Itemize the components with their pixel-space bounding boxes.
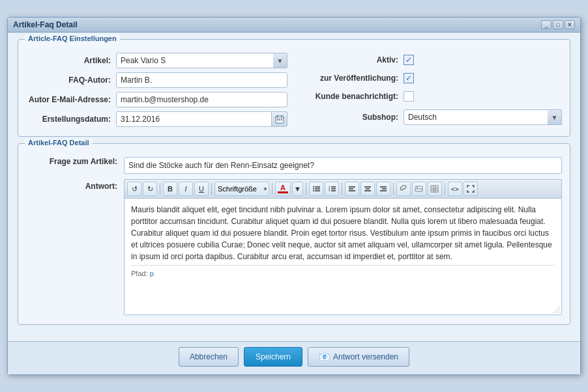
faq-autor-label: FAQ-Autor: bbox=[26, 76, 111, 85]
editor-path: Pfad: p bbox=[131, 265, 555, 279]
veroeffentlichung-checkmark: ✓ bbox=[405, 74, 412, 82]
list-ordered-icon: 123 bbox=[328, 185, 336, 193]
font-size-select[interactable]: Schriftgröße bbox=[214, 182, 269, 196]
datum-label: Erstellungsdatum: bbox=[26, 115, 111, 124]
title-bar: Artikel-Faq Detail _ □ ✕ bbox=[8, 18, 580, 33]
table-button[interactable] bbox=[428, 182, 442, 196]
kunde-checkbox[interactable] bbox=[404, 91, 414, 102]
link-button[interactable] bbox=[396, 182, 411, 196]
align-left-icon bbox=[348, 185, 356, 193]
italic-button[interactable]: I bbox=[179, 182, 193, 196]
subshop-select-wrapper: Deutsch English Français ▼ bbox=[404, 109, 562, 125]
svg-text:3: 3 bbox=[329, 189, 331, 192]
aktiv-label: Aktiv: bbox=[301, 55, 398, 64]
subshop-select[interactable]: Deutsch English Français bbox=[404, 109, 562, 125]
svg-point-10 bbox=[313, 186, 314, 188]
detail-section-title: Artikel-FAQ Detail bbox=[25, 139, 93, 147]
window-body: Article-FAQ Einstellungen Artikel: Peak … bbox=[8, 33, 580, 341]
close-button[interactable]: ✕ bbox=[565, 20, 575, 29]
editor-area[interactable]: Mauris blandit aliquet elit, eget tincid… bbox=[124, 198, 562, 315]
settings-section: Article-FAQ Einstellungen Artikel: Peak … bbox=[18, 39, 570, 137]
svg-rect-30 bbox=[431, 186, 438, 192]
svg-point-29 bbox=[417, 187, 418, 188]
send-label: Antwort versenden bbox=[333, 352, 398, 361]
toolbar-separator-5 bbox=[342, 183, 342, 195]
font-color-dropdown[interactable]: ▼ bbox=[292, 182, 303, 196]
kunde-label: Kunde benachrichtigt: bbox=[301, 92, 398, 101]
minimize-button[interactable]: _ bbox=[541, 20, 551, 29]
veroeffentlichung-checkbox-row: ✓ bbox=[404, 73, 562, 83]
editor-wrapper: ↺ ↻ B I U Schriftgröße ▼ bbox=[124, 179, 562, 315]
datum-input[interactable] bbox=[116, 111, 272, 127]
align-center-icon bbox=[364, 185, 372, 193]
editor-content: Mauris blandit aliquet elit, eget tincid… bbox=[131, 204, 555, 262]
font-color-bar bbox=[278, 191, 288, 193]
frage-label: Frage zum Artikel: bbox=[26, 157, 117, 166]
table-icon bbox=[430, 185, 439, 193]
align-right-button[interactable] bbox=[376, 182, 390, 196]
redo-button[interactable]: ↻ bbox=[143, 182, 157, 196]
frage-input[interactable] bbox=[124, 157, 562, 174]
settings-section-title: Article-FAQ Einstellungen bbox=[25, 35, 120, 42]
email-input[interactable] bbox=[116, 92, 287, 107]
aktiv-checkbox-row: ✓ bbox=[404, 55, 562, 65]
code-button[interactable]: <> bbox=[448, 182, 462, 196]
image-button[interactable] bbox=[412, 182, 426, 196]
resize-handle-icon bbox=[553, 307, 560, 313]
subshop-label: Subshop: bbox=[301, 113, 398, 122]
path-link[interactable]: p bbox=[150, 270, 154, 277]
list-unordered-button[interactable] bbox=[309, 182, 323, 196]
veroeffentlichung-label: zur Veröffentlichung: bbox=[301, 74, 398, 83]
fullscreen-icon bbox=[467, 185, 475, 193]
path-label: Pfad: bbox=[131, 270, 148, 277]
calendar-button[interactable] bbox=[272, 111, 287, 127]
font-size-select-wrap: Schriftgröße ▼ bbox=[214, 182, 269, 196]
calendar-icon bbox=[275, 115, 284, 124]
list-ordered-button[interactable]: 123 bbox=[325, 182, 339, 196]
font-color-letter: A bbox=[280, 184, 286, 191]
faq-form-grid: Frage zum Artikel: Antwort: ↺ ↻ B I U bbox=[26, 157, 562, 315]
font-color-button[interactable]: A bbox=[275, 182, 291, 196]
align-right-icon bbox=[379, 185, 387, 193]
window-title: Artikel-Faq Detail bbox=[13, 20, 78, 29]
image-icon bbox=[415, 185, 423, 193]
email-label: Autor E-Mail-Adresse: bbox=[26, 95, 111, 104]
cancel-button[interactable]: Abbrechen bbox=[179, 347, 239, 367]
artikel-select[interactable]: Peak Vario S bbox=[116, 53, 287, 68]
svg-rect-6 bbox=[281, 119, 282, 120]
fullscreen-button[interactable] bbox=[463, 182, 478, 196]
bold-button[interactable]: B bbox=[163, 182, 177, 196]
kunde-checkbox-row bbox=[404, 91, 562, 102]
faq-autor-input[interactable] bbox=[116, 72, 287, 88]
aktiv-checkbox[interactable]: ✓ bbox=[404, 55, 414, 65]
maximize-button[interactable]: □ bbox=[553, 20, 563, 29]
toolbar-separator-1 bbox=[160, 183, 160, 195]
send-button[interactable]: 📧 Antwort versenden bbox=[308, 347, 409, 367]
dialog-window: Artikel-Faq Detail _ □ ✕ Article-FAQ Ein… bbox=[7, 17, 581, 375]
link-icon bbox=[399, 185, 407, 193]
underline-button[interactable]: U bbox=[194, 182, 209, 196]
svg-rect-5 bbox=[279, 119, 280, 120]
align-left-button[interactable] bbox=[345, 182, 359, 196]
toolbar-separator-6 bbox=[393, 183, 394, 195]
envelope-icon: 📧 bbox=[319, 352, 330, 362]
aktiv-checkmark: ✓ bbox=[405, 56, 412, 64]
svg-rect-4 bbox=[277, 119, 278, 120]
undo-button[interactable]: ↺ bbox=[127, 182, 141, 196]
veroeffentlichung-checkbox[interactable]: ✓ bbox=[404, 73, 414, 83]
toolbar-separator-3 bbox=[272, 183, 272, 195]
list-unordered-icon bbox=[312, 185, 320, 193]
bottom-bar: Abbrechen Speichern 📧 Antwort versenden bbox=[8, 341, 580, 374]
align-center-button[interactable] bbox=[360, 182, 375, 196]
save-button[interactable]: Speichern bbox=[244, 347, 302, 367]
artikel-select-wrapper: Peak Vario S ▼ bbox=[116, 53, 287, 68]
svg-point-11 bbox=[313, 188, 314, 189]
detail-section: Artikel-FAQ Detail Frage zum Artikel: An… bbox=[18, 143, 570, 325]
title-bar-controls: _ □ ✕ bbox=[541, 20, 575, 29]
antwort-label: Antwort: bbox=[26, 182, 117, 191]
toolbar-separator-2 bbox=[211, 183, 212, 195]
toolbar-separator-7 bbox=[445, 183, 445, 195]
toolbar-separator-4 bbox=[306, 183, 306, 195]
datum-wrapper bbox=[116, 111, 287, 127]
svg-point-12 bbox=[313, 190, 314, 191]
